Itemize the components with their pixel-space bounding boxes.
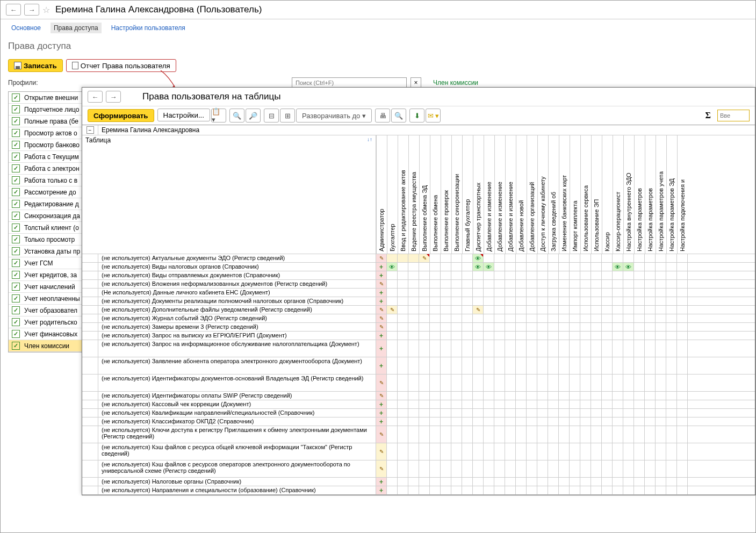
data-cell[interactable] [656, 297, 666, 305]
column-header[interactable]: Настройка подключения и [677, 135, 688, 254]
data-cell[interactable] [451, 340, 462, 357]
data-cell[interactable] [494, 340, 505, 357]
data-cell[interactable] [634, 400, 645, 408]
data-cell[interactable] [387, 271, 398, 279]
data-cell[interactable] [451, 271, 462, 279]
data-cell[interactable] [666, 323, 677, 331]
data-cell[interactable] [666, 400, 677, 408]
data-cell[interactable] [527, 443, 537, 460]
data-cell[interactable] [516, 314, 527, 322]
data-cell[interactable] [527, 314, 537, 322]
data-cell[interactable] [591, 280, 602, 288]
data-cell[interactable] [548, 306, 559, 314]
data-cell[interactable] [398, 409, 408, 417]
data-cell[interactable] [387, 297, 398, 305]
data-cell[interactable] [677, 263, 688, 271]
data-cell[interactable] [591, 297, 602, 305]
data-cell[interactable]: ✎ [376, 392, 387, 400]
data-cell[interactable] [666, 374, 677, 391]
data-cell[interactable] [462, 280, 473, 288]
data-cell[interactable] [451, 306, 462, 314]
data-cell[interactable] [387, 314, 398, 322]
data-cell[interactable] [591, 306, 602, 314]
data-cell[interactable] [645, 254, 656, 262]
data-cell[interactable] [613, 417, 623, 426]
data-cell[interactable] [408, 426, 419, 443]
data-cell[interactable] [548, 357, 559, 374]
data-cell[interactable] [570, 409, 580, 417]
data-cell[interactable]: + [376, 357, 387, 374]
data-cell[interactable] [494, 280, 505, 288]
data-cell[interactable] [516, 289, 527, 297]
data-cell[interactable] [666, 392, 677, 400]
data-cell[interactable] [516, 254, 527, 262]
data-cell[interactable] [398, 254, 408, 262]
data-cell[interactable] [634, 460, 645, 477]
data-cell[interactable] [462, 323, 473, 331]
data-cell[interactable] [516, 357, 527, 374]
data-cell[interactable] [537, 392, 548, 400]
data-cell[interactable] [677, 486, 688, 494]
data-cell[interactable] [634, 323, 645, 331]
data-cell[interactable] [623, 297, 634, 305]
data-cell[interactable] [484, 400, 494, 408]
data-cell[interactable] [537, 263, 548, 271]
data-cell[interactable] [580, 314, 591, 322]
data-cell[interactable] [613, 323, 623, 331]
data-cell[interactable] [505, 289, 516, 297]
data-cell[interactable] [548, 392, 559, 400]
data-cell[interactable] [591, 340, 602, 357]
data-cell[interactable] [591, 478, 602, 486]
data-cell[interactable] [677, 460, 688, 477]
data-cell[interactable] [656, 374, 666, 391]
data-cell[interactable] [656, 478, 666, 486]
data-cell[interactable] [602, 460, 613, 477]
data-cell[interactable] [516, 280, 527, 288]
data-cell[interactable] [451, 417, 462, 426]
data-cell[interactable] [634, 289, 645, 297]
data-cell[interactable] [634, 486, 645, 494]
column-header[interactable]: Изменение банковских карт [559, 135, 570, 254]
data-cell[interactable] [484, 460, 494, 477]
data-cell[interactable] [559, 271, 570, 279]
checkbox-icon[interactable]: ✓ [12, 224, 20, 232]
data-cell[interactable] [451, 426, 462, 443]
data-cell[interactable] [613, 254, 623, 262]
data-cell[interactable] [516, 263, 527, 271]
data-cell[interactable] [656, 289, 666, 297]
data-cell[interactable] [613, 392, 623, 400]
data-cell[interactable] [527, 426, 537, 443]
data-cell[interactable] [441, 374, 451, 391]
data-cell[interactable] [398, 392, 408, 400]
data-cell[interactable] [656, 400, 666, 408]
data-cell[interactable] [441, 340, 451, 357]
data-cell[interactable] [559, 306, 570, 314]
data-cell[interactable] [645, 478, 656, 486]
data-cell[interactable] [634, 332, 645, 340]
data-cell[interactable] [537, 426, 548, 443]
data-cell[interactable] [656, 254, 666, 262]
data-cell[interactable] [656, 263, 666, 271]
data-cell[interactable] [398, 357, 408, 374]
data-cell[interactable] [677, 417, 688, 426]
data-cell[interactable] [408, 314, 419, 322]
data-cell[interactable] [505, 357, 516, 374]
data-cell[interactable] [484, 443, 494, 460]
data-cell[interactable] [537, 374, 548, 391]
data-cell[interactable] [494, 357, 505, 374]
data-cell[interactable] [484, 314, 494, 322]
data-cell[interactable] [548, 271, 559, 279]
data-cell[interactable] [505, 486, 516, 494]
data-cell[interactable] [548, 400, 559, 408]
data-cell[interactable]: 👁 [484, 263, 494, 271]
data-cell[interactable] [527, 323, 537, 331]
data-cell[interactable] [441, 426, 451, 443]
data-cell[interactable] [473, 280, 484, 288]
data-cell[interactable] [548, 289, 559, 297]
data-cell[interactable] [559, 332, 570, 340]
data-cell[interactable] [505, 392, 516, 400]
data-cell[interactable] [677, 443, 688, 460]
data-cell[interactable] [666, 280, 677, 288]
data-cell[interactable] [537, 340, 548, 357]
column-header[interactable]: Добавление и изменение [484, 135, 494, 254]
